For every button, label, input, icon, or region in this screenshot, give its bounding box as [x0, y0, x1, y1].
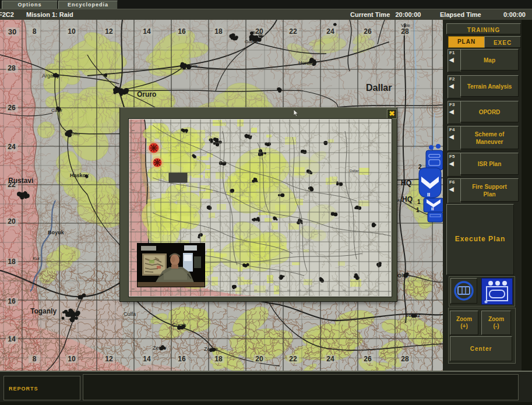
svg-text:II: II — [431, 206, 434, 212]
svg-text:Haskoy: Haskoy — [70, 172, 89, 178]
svg-text:Rustavi: Rustavi — [8, 177, 33, 185]
svg-text:10: 10 — [68, 27, 76, 36]
svg-text:26: 26 — [8, 104, 16, 112]
svg-text:28: 28 — [401, 355, 409, 363]
svg-text:18: 18 — [214, 355, 223, 363]
svg-text:Dallar: Dallar — [350, 169, 359, 172]
svg-text:Kur: Kur — [33, 256, 40, 261]
svg-text:24: 24 — [326, 27, 334, 36]
svg-text:16: 16 — [8, 297, 16, 305]
svg-text:Argakly: Argakly — [42, 73, 60, 79]
svg-text:Gumb: Gumb — [172, 322, 186, 328]
svg-text:26: 26 — [364, 27, 372, 36]
svg-text:1: 1 — [416, 207, 420, 213]
svg-text:II: II — [427, 192, 430, 198]
svg-text:Horadiz: Horadiz — [298, 60, 317, 66]
svg-text:20: 20 — [8, 217, 16, 226]
svg-text:22: 22 — [289, 355, 297, 363]
svg-text:18: 18 — [8, 258, 16, 266]
svg-text:14: 14 — [8, 335, 16, 343]
svg-text:2: 2 — [418, 164, 422, 170]
svg-text:Oltu: Oltu — [71, 131, 80, 136]
svg-text:Lerik: Lerik — [188, 64, 198, 69]
svg-text:20: 20 — [255, 27, 263, 36]
svg-text:Culfa: Culfa — [124, 311, 136, 317]
svg-text:Tovuz: Tovuz — [406, 312, 421, 318]
svg-text:Zemo: Zemo — [153, 345, 166, 351]
svg-text:28: 28 — [8, 64, 16, 72]
svg-text:Oruro: Oruro — [137, 90, 156, 98]
svg-text:8: 8 — [33, 27, 37, 36]
svg-text:24: 24 — [326, 355, 334, 363]
svg-text:Dallar: Dallar — [366, 83, 392, 93]
svg-text:12: 12 — [105, 27, 113, 36]
svg-text:10: 10 — [68, 355, 76, 363]
svg-text:26: 26 — [364, 355, 372, 363]
svg-text:12: 12 — [105, 355, 113, 363]
svg-text:16: 16 — [178, 27, 186, 36]
svg-text:20: 20 — [255, 355, 263, 363]
svg-text:30: 30 — [8, 27, 16, 36]
svg-text:1: 1 — [417, 199, 421, 205]
svg-text:24: 24 — [8, 143, 16, 151]
svg-text:14: 14 — [143, 355, 151, 363]
svg-text:Toganly: Toganly — [30, 307, 57, 315]
svg-text:18: 18 — [214, 27, 223, 36]
svg-text:8: 8 — [33, 355, 37, 363]
svg-text:14: 14 — [143, 27, 151, 36]
svg-text:HQ: HQ — [402, 195, 413, 203]
svg-text:Cadir: Cadir — [51, 108, 62, 113]
svg-text:HQ: HQ — [401, 179, 411, 187]
svg-text:Oltu: Oltu — [397, 273, 408, 279]
svg-text:28: 28 — [401, 27, 409, 36]
svg-text:16: 16 — [178, 355, 186, 363]
svg-text:Goktar: Goktar — [245, 39, 259, 44]
svg-text:22: 22 — [289, 27, 297, 36]
svg-text:Boyuk: Boyuk — [48, 230, 65, 235]
svg-text:Vale: Vale — [401, 23, 410, 28]
svg-text:Zemo: Zemo — [204, 346, 217, 352]
